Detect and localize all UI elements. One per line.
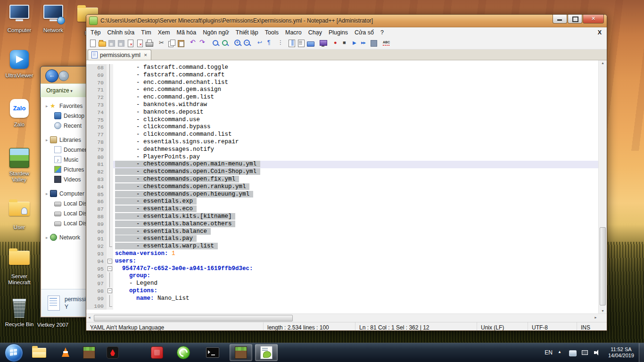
menu-cua-so[interactable]: Cửa sổ: [351, 28, 377, 37]
desktop-icon-recycle-bin[interactable]: Recycle Bin: [4, 297, 35, 328]
desktop-icon-user-folder[interactable]: User: [4, 197, 35, 230]
code-line-100[interactable]: 100: [86, 303, 599, 310]
menu-ma-hoa[interactable]: Mã hóa: [173, 28, 199, 37]
code-line-84[interactable]: 84 - chestcommands.open.rankup.yml: [86, 183, 599, 191]
desktop-icon-stardew-valley[interactable]: Stardew Valley: [4, 147, 35, 183]
menu-chay[interactable]: Chạy: [305, 28, 325, 37]
desktop-icon-ultraviewer[interactable]: UltraViewer: [4, 49, 35, 79]
show-all-characters-icon[interactable]: [265, 39, 274, 48]
save-icon[interactable]: [107, 39, 116, 48]
zoom-in-icon[interactable]: [233, 39, 242, 48]
back-button[interactable]: [45, 69, 58, 82]
tab-permissions-yml[interactable]: permissions.yml ✕: [88, 49, 151, 60]
document-map-icon[interactable]: [287, 39, 296, 48]
code-line-77[interactable]: 77 - clickcommand.command.list: [86, 131, 599, 139]
taskbar-minecraft-button[interactable]: [78, 344, 100, 361]
horizontal-scroll-thumb[interactable]: [94, 315, 293, 321]
find-icon[interactable]: [211, 39, 220, 48]
vertical-scrollbar[interactable]: [598, 60, 607, 313]
playback-macro-icon[interactable]: [350, 39, 359, 48]
forward-button[interactable]: [58, 71, 69, 81]
function-list-icon[interactable]: [297, 39, 305, 48]
desktop-icon-server-minecraft[interactable]: Server Minecraft: [4, 246, 35, 286]
menu-ngon-ngu[interactable]: Ngôn ngữ: [199, 28, 232, 37]
code-line-71[interactable]: 71 - enc.command.gem.assign: [86, 86, 599, 94]
word-wrap-icon[interactable]: [256, 39, 264, 48]
replace-icon[interactable]: [221, 39, 230, 48]
code-line-88[interactable]: 88 - essentials.kits.[kitname]: [86, 213, 599, 221]
taskbar-cmd-button[interactable]: [201, 344, 224, 361]
code-line-98[interactable]: 98 options:: [86, 288, 599, 295]
redo-icon[interactable]: [198, 39, 207, 48]
title-bar[interactable]: C:\Users\User\Desktop\Server Minecraft\p…: [86, 15, 607, 27]
organize-button[interactable]: Organize: [41, 87, 73, 94]
code-line-80[interactable]: 80 - PlayerPoints.pay: [86, 154, 599, 161]
code-line-92[interactable]: 92 - essentials.warp.list: [86, 243, 599, 250]
taskbar-coccoc-button[interactable]: [172, 344, 195, 361]
new-file-icon[interactable]: [88, 39, 97, 48]
vertical-scroll-thumb[interactable]: [600, 227, 606, 305]
language-indicator[interactable]: EN: [541, 349, 556, 356]
indent-guide-icon[interactable]: [274, 39, 283, 48]
code-line-68[interactable]: 68 - fastcraft.command.toggle: [86, 64, 599, 72]
code-line-70[interactable]: 70 - enc.command.enchant.list: [86, 79, 599, 87]
taskbar-garena-button[interactable]: [101, 344, 124, 361]
code-line-91[interactable]: 91 - essentials.pay: [86, 235, 599, 243]
code-line-97[interactable]: 97 - Legend: [86, 280, 599, 288]
taskbar-explorer-button[interactable]: [28, 344, 50, 361]
clock[interactable]: 11:52 SA 14/04/2019: [603, 346, 639, 359]
print-icon[interactable]: [145, 39, 154, 48]
record-macro-icon[interactable]: [331, 39, 340, 48]
minimize-button[interactable]: [553, 15, 567, 24]
fold-margin[interactable]: [107, 258, 113, 265]
code-line-83[interactable]: 83 - chestcommands.open.fix.yml: [86, 176, 599, 183]
editor-area[interactable]: 68 - fastcraft.command.toggle69 - fastcr…: [86, 60, 607, 313]
fold-margin[interactable]: [107, 288, 113, 295]
code-line-87[interactable]: 87 - essentials.eco: [86, 206, 599, 213]
tab-close-icon[interactable]: ✕: [144, 53, 148, 58]
maximize-button[interactable]: [568, 15, 582, 24]
menu-tools[interactable]: Tools: [262, 28, 282, 37]
menu-plugins[interactable]: Plugins: [325, 28, 351, 37]
fold-margin[interactable]: [107, 265, 113, 273]
code-line-90[interactable]: 90 - essentials.balance: [86, 228, 599, 236]
menu-xem[interactable]: Xem: [155, 28, 173, 37]
code-line-78[interactable]: 78 - essentials.signs.use.repair: [86, 139, 599, 146]
close-icon[interactable]: [126, 39, 135, 48]
open-file-icon[interactable]: [98, 39, 107, 48]
folder-as-workspace-icon[interactable]: [306, 39, 315, 48]
code-line-99[interactable]: 99 name: Nano_List: [86, 295, 599, 303]
hidden-icons-chevron-icon[interactable]: [556, 350, 567, 355]
code-line-82[interactable]: 82 - chestcommands.open.Coin-Shop.yml: [86, 168, 599, 176]
code-line-76[interactable]: 76 - clickcommand.bypass: [86, 123, 599, 131]
code-line-96[interactable]: 96 group:: [86, 272, 599, 280]
save-macro-icon[interactable]: [369, 39, 378, 48]
spell-check-icon[interactable]: [382, 39, 391, 48]
code-line-94[interactable]: 94users:: [86, 258, 599, 265]
horizontal-scrollbar[interactable]: [86, 313, 607, 322]
taskbar-notepad-plus-plus-button[interactable]: [255, 344, 278, 361]
zoom-out-icon[interactable]: [243, 39, 252, 48]
menu-macro[interactable]: Macro: [282, 28, 305, 37]
taskbar-minecraft-server-button[interactable]: [230, 344, 252, 361]
desktop-icon-computer[interactable]: Computer: [4, 3, 35, 33]
run-macro-multiple-icon[interactable]: [360, 39, 369, 48]
menu-help[interactable]: ?: [377, 28, 387, 37]
close-all-icon[interactable]: [135, 39, 144, 48]
tray-app-icon[interactable]: [569, 349, 577, 356]
code-line-69[interactable]: 69 - fastcraft.command.craft: [86, 72, 599, 79]
code-line-95[interactable]: 95 954747c7-c652-3e0e-a941-1619ffb9d3ec:: [86, 265, 599, 273]
cut-icon[interactable]: [157, 39, 166, 48]
code-line-73[interactable]: 73 - banknotes.withdraw: [86, 101, 599, 109]
menu-chinh-sua[interactable]: Chỉnh sửa: [104, 28, 138, 37]
save-all-icon[interactable]: [116, 39, 125, 48]
menu-tim[interactable]: Tìm: [138, 28, 155, 37]
menu-tep[interactable]: Tệp: [87, 28, 104, 37]
copy-icon[interactable]: [167, 39, 176, 48]
code-line-79[interactable]: 79 - deathmessages.notify: [86, 146, 599, 154]
code-line-85[interactable]: 85 - chestcommands.open.hieuung.yml: [86, 191, 599, 198]
code-line-93[interactable]: 93schema-version: 1: [86, 250, 599, 258]
code-line-75[interactable]: 75 - clickcommand.use: [86, 116, 599, 124]
taskbar-red-app-button[interactable]: [146, 344, 168, 361]
undo-icon[interactable]: [189, 39, 198, 48]
